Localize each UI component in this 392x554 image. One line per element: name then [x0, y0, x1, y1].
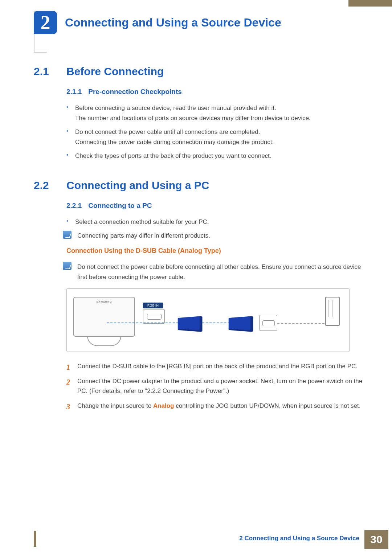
- subsection-2-1-1-heading: 2.1.1 Pre-connection Checkpoints: [66, 88, 365, 96]
- subsection-2-2-1-heading: 2.2.1 Connecting to a PC: [66, 202, 365, 210]
- pc-tower-icon: [325, 297, 340, 326]
- monitor-icon: SAMSUNG: [73, 297, 135, 337]
- step-item: 1 Connect the D-SUB cable to the [RGB IN…: [66, 361, 365, 371]
- section-number: 2.1: [34, 65, 54, 78]
- section-title: Before Connecting: [66, 65, 164, 78]
- footer-chapter-label: 2 Connecting and Using a Source Device: [239, 535, 364, 549]
- page-number: 30: [364, 530, 388, 549]
- steps-list: 1 Connect the D-SUB cable to the [RGB IN…: [66, 361, 365, 411]
- section-number: 2.2: [34, 179, 54, 192]
- method-list: Select a connection method suitable for …: [66, 217, 365, 227]
- monitor-port-icon: [143, 309, 165, 324]
- note-block: Connecting parts may differ in different…: [63, 231, 365, 241]
- subsection-title: Connecting to a PC: [88, 202, 152, 210]
- section-title: Connecting and Using a PC: [66, 179, 209, 192]
- subsection-title: Pre-connection Checkpoints: [88, 88, 182, 96]
- chapter-title: Connecting and Using a Source Device: [65, 16, 281, 29]
- list-item: Select a connection method suitable for …: [66, 217, 365, 227]
- section-2-1-heading: 2.1 Before Connecting: [34, 65, 365, 78]
- connection-method-heading: Connection Using the D-SUB Cable (Analog…: [66, 247, 365, 255]
- chapter-header: 2 Connecting and Using a Source Device: [34, 11, 281, 34]
- dsub-connector-icon: [178, 316, 203, 332]
- note-text: Connecting parts may differ in different…: [77, 231, 365, 241]
- subsection-number: 2.1.1: [66, 88, 82, 96]
- list-item: Do not connect the power cable until all…: [66, 127, 365, 147]
- cable-line: [107, 323, 241, 323]
- list-item: Check the types of ports at the back of …: [66, 151, 365, 161]
- page-footer: 2 Connecting and Using a Source Device 3…: [0, 530, 392, 554]
- subsection-number: 2.2.1: [66, 202, 82, 210]
- monitor-brand-label: SAMSUNG: [97, 300, 112, 303]
- guide-line: [277, 323, 324, 324]
- dsub-connector-icon: [229, 316, 253, 332]
- chapter-number-badge: 2: [34, 11, 57, 34]
- page-content: 2.1 Before Connecting 2.1.1 Pre-connecti…: [34, 65, 365, 416]
- note-icon: [63, 231, 72, 239]
- note-text: Do not connect the power cable before co…: [77, 262, 365, 282]
- step-text: Connect the D-SUB cable to the [RGB IN] …: [77, 363, 358, 370]
- connection-diagram: SAMSUNG RGB IN: [66, 288, 350, 352]
- pc-port-icon: [259, 315, 277, 331]
- step-number: 3: [66, 401, 70, 413]
- header-accent-bar: [348, 0, 392, 7]
- step-number: 2: [66, 376, 70, 388]
- note-icon: [63, 262, 72, 270]
- list-item: Before connecting a source device, read …: [66, 103, 365, 123]
- step-item: 2 Connect the DC power adapter to the pr…: [66, 376, 365, 396]
- section-2-2-heading: 2.2 Connecting and Using a PC: [34, 179, 365, 192]
- step-text: Connect the DC power adapter to the prod…: [77, 378, 362, 394]
- step-number: 1: [66, 361, 70, 373]
- step-item: 3 Change the input source to Analog cont…: [66, 401, 365, 411]
- rgb-in-port-label: RGB IN: [143, 303, 163, 308]
- step-text: controlling the JOG button UP/DOWN, when…: [174, 402, 360, 409]
- checkpoints-list: Before connecting a source device, read …: [66, 103, 365, 161]
- keyword-analog: Analog: [153, 402, 174, 409]
- step-text: Change the input source to: [77, 402, 153, 409]
- note-block: Do not connect the power cable before co…: [63, 262, 365, 282]
